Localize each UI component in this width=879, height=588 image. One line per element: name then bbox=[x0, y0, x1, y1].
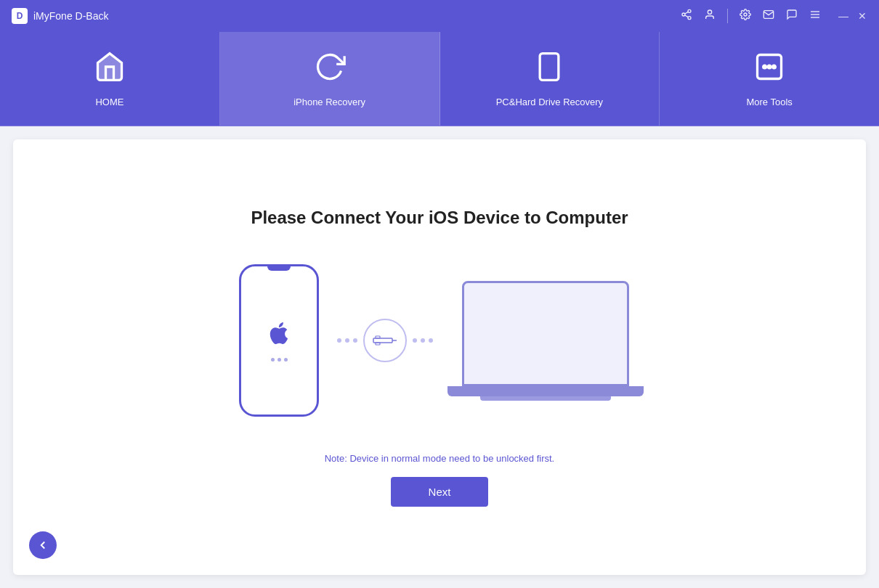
laptop-illustration bbox=[447, 281, 644, 401]
mail-icon[interactable] bbox=[763, 9, 774, 23]
apple-logo bbox=[266, 320, 292, 352]
svg-rect-16 bbox=[373, 338, 392, 343]
divider bbox=[727, 9, 728, 23]
left-dots bbox=[337, 338, 357, 343]
phone-dots bbox=[271, 358, 288, 362]
phone-illustration bbox=[235, 264, 323, 417]
phone-body bbox=[239, 264, 319, 417]
svg-point-0 bbox=[688, 9, 691, 12]
svg-point-2 bbox=[688, 17, 691, 20]
app-icon: D bbox=[12, 8, 28, 24]
right-dots bbox=[413, 338, 433, 343]
window-controls: — ✕ bbox=[838, 11, 867, 21]
nav-item-home[interactable]: HOME bbox=[0, 32, 220, 126]
minimize-button[interactable]: — bbox=[838, 11, 848, 21]
menu-icon[interactable] bbox=[809, 9, 821, 23]
next-button[interactable]: Next bbox=[391, 477, 489, 507]
nav-label-pc-recovery: PC&Hard Drive Recovery bbox=[496, 97, 603, 107]
note-text: Note: Device in normal mode need to be u… bbox=[325, 453, 555, 464]
page-title: Please Connect Your iOS Device to Comput… bbox=[251, 208, 628, 228]
settings-icon[interactable] bbox=[740, 9, 751, 23]
share-icon[interactable] bbox=[681, 9, 692, 23]
profile-icon[interactable] bbox=[704, 9, 716, 23]
nav-bar: HOME iPhone Recovery PC&Hard Drive Recov… bbox=[0, 32, 879, 126]
laptop-base bbox=[447, 386, 644, 396]
svg-point-5 bbox=[708, 10, 711, 14]
back-button[interactable] bbox=[29, 531, 57, 559]
nav-label-more-tools: More Tools bbox=[746, 97, 792, 107]
laptop-foot bbox=[480, 396, 611, 401]
nav-item-pc-recovery[interactable]: PC&Hard Drive Recovery bbox=[440, 32, 660, 126]
svg-point-1 bbox=[682, 13, 685, 16]
nav-item-iphone-recovery[interactable]: iPhone Recovery bbox=[220, 32, 440, 126]
svg-point-13 bbox=[763, 65, 766, 68]
phone-notch bbox=[267, 266, 291, 271]
usb-connector bbox=[363, 319, 407, 362]
illustration bbox=[235, 264, 644, 417]
nav-label-home: HOME bbox=[95, 97, 123, 107]
iphone-recovery-icon bbox=[314, 51, 346, 89]
title-bar-right: — ✕ bbox=[681, 9, 867, 23]
chat-icon[interactable] bbox=[786, 9, 798, 23]
svg-rect-17 bbox=[376, 336, 380, 338]
app-title: iMyFone D-Back bbox=[33, 10, 108, 22]
more-tools-icon bbox=[753, 51, 785, 89]
connection-area bbox=[337, 319, 433, 362]
title-bar: D iMyFone D-Back — ✕ bbox=[0, 0, 879, 32]
home-icon bbox=[94, 51, 126, 89]
nav-label-iphone-recovery: iPhone Recovery bbox=[293, 97, 365, 107]
nav-item-more-tools[interactable]: More Tools bbox=[660, 32, 879, 126]
svg-line-4 bbox=[685, 12, 689, 14]
laptop-screen bbox=[462, 281, 629, 386]
close-button[interactable]: ✕ bbox=[857, 11, 867, 21]
pc-recovery-icon bbox=[533, 51, 565, 89]
svg-line-3 bbox=[685, 15, 689, 17]
main-content: Please Connect Your iOS Device to Comput… bbox=[13, 139, 866, 575]
svg-point-15 bbox=[772, 65, 775, 68]
svg-point-6 bbox=[744, 13, 747, 16]
svg-rect-18 bbox=[376, 343, 380, 345]
title-bar-left: D iMyFone D-Back bbox=[12, 8, 681, 24]
svg-point-14 bbox=[768, 65, 771, 68]
